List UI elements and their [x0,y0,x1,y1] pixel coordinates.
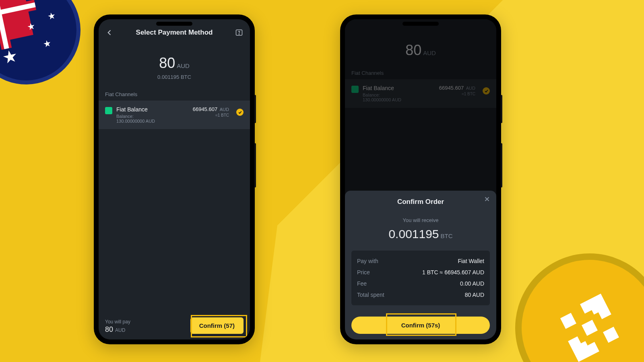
channel-rate-currency: AUD [220,107,229,112]
svg-rect-4 [603,327,619,343]
detail-row-price: Price 1 BTC ≈ 66945.607 AUD [357,267,484,278]
close-icon[interactable] [483,195,491,204]
binance-logo-icon [543,281,637,362]
detail-row-fee: Fee 0.00 AUD [357,278,484,289]
pay-amount: 80 [105,325,113,333]
selected-check-icon [236,109,244,116]
svg-rect-3 [560,313,576,329]
amount-display: 80AUD 0.001195 BTC [99,41,250,84]
phone-mockup-left: Select Payment Method 80AUD 0.001195 BTC… [94,14,255,344]
channel-name: Fiat Balance [116,106,189,113]
receive-value: 0.001195 [388,227,439,241]
cash-icon [105,107,112,114]
pay-currency: AUD [115,327,125,333]
phone-mockup-right: 80AUD Fiat Channels Fiat Balance Balance… [340,14,501,344]
detail-row-total: Total spent 80 AUD [357,289,484,300]
confirm-order-button[interactable]: Confirm (57s) [351,317,490,334]
svg-marker-6 [563,334,602,362]
help-icon[interactable] [235,28,244,37]
receive-label: You will receive [351,217,490,223]
svg-point-8 [239,34,239,34]
channel-balance-value: 130.00000000 AUD [116,119,189,123]
you-will-pay-label: You will pay [105,319,130,325]
channel-balance-label: Balance: [116,114,189,119]
payment-channel-fiat-balance[interactable]: Fiat Balance Balance: 130.00000000 AUD 6… [99,101,250,129]
sheet-title: Confirm Order [351,198,490,206]
svg-rect-0 [582,320,598,336]
order-details-card: Pay with Fiat Wallet Price 1 BTC ≈ 66945… [351,251,490,305]
channel-rate: 66945.607 [193,106,217,112]
fiat-channels-label: Fiat Channels [99,84,250,101]
page-title: Select Payment Method [136,29,213,37]
amount-value: 80 [159,55,175,71]
bottom-action-bar: You will pay 80 AUD Confirm (57) [99,313,250,339]
detail-row-paywith: Pay with Fiat Wallet [357,255,484,267]
back-icon[interactable] [105,28,114,37]
confirm-order-sheet: Confirm Order You will receive 0.001195B… [345,191,496,339]
amount-subtext: 0.001195 BTC [99,74,250,80]
amount-currency: AUD [177,62,190,69]
channel-rate-sub: ≈1 BTC [193,113,229,117]
svg-marker-5 [578,288,616,321]
confirm-button[interactable]: Confirm (57) [190,317,244,334]
receive-unit: BTC [441,232,453,239]
